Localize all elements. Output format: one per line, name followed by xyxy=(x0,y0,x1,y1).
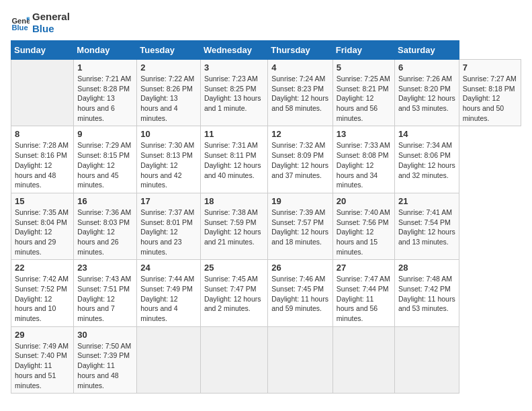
sunset-label: Sunset: 7:42 PM xyxy=(398,285,451,293)
calendar-week-5: 29 Sunrise: 7:49 AM Sunset: 7:40 PM Dayl… xyxy=(11,326,521,393)
day-number: 18 xyxy=(204,196,264,206)
calendar-cell: 15 Sunrise: 7:35 AM Sunset: 8:04 PM Dayl… xyxy=(11,193,74,259)
header-sunday: Sunday xyxy=(11,41,74,60)
svg-text:Blue: Blue xyxy=(11,24,28,32)
daylight-label: Daylight: 11 hours and 48 minutes. xyxy=(77,361,118,389)
sunset-label: Sunset: 7:51 PM xyxy=(77,285,130,293)
day-number: 12 xyxy=(271,129,329,139)
sunset-label: Sunset: 8:03 PM xyxy=(77,218,130,226)
sunset-label: Sunset: 8:01 PM xyxy=(140,218,193,226)
sunset-label: Sunset: 8:13 PM xyxy=(140,151,193,159)
day-info: Sunrise: 7:21 AM Sunset: 8:28 PM Dayligh… xyxy=(77,74,133,123)
daylight-label: Daylight: 12 hours and 32 minutes. xyxy=(398,161,455,179)
day-info: Sunrise: 7:40 AM Sunset: 7:56 PM Dayligh… xyxy=(337,208,391,257)
day-number: 6 xyxy=(398,62,455,73)
day-number: 30 xyxy=(77,330,133,340)
header-wednesday: Wednesday xyxy=(200,41,267,60)
sunrise-label: Sunrise: 7:24 AM xyxy=(271,75,325,83)
day-number: 22 xyxy=(15,263,70,273)
day-info: Sunrise: 7:39 AM Sunset: 7:57 PM Dayligh… xyxy=(271,208,329,247)
calendar-week-2: 8 Sunrise: 7:28 AM Sunset: 8:16 PM Dayli… xyxy=(11,126,521,193)
sunset-label: Sunset: 8:08 PM xyxy=(337,151,389,159)
daylight-label: Daylight: 12 hours and 2 minutes. xyxy=(204,295,261,313)
sunset-label: Sunset: 8:15 PM xyxy=(77,151,130,159)
daylight-label: Daylight: 12 hours and 58 minutes. xyxy=(271,94,328,112)
sunrise-label: Sunrise: 7:27 AM xyxy=(463,75,517,83)
sunset-label: Sunset: 7:52 PM xyxy=(15,285,67,293)
daylight-label: Daylight: 12 hours and 37 minutes. xyxy=(271,161,328,179)
day-info: Sunrise: 7:27 AM Sunset: 8:18 PM Dayligh… xyxy=(463,74,517,123)
logo: General Blue General Blue xyxy=(11,11,70,35)
day-info: Sunrise: 7:38 AM Sunset: 7:59 PM Dayligh… xyxy=(204,208,264,247)
calendar-cell: 19 Sunrise: 7:39 AM Sunset: 7:57 PM Dayl… xyxy=(268,193,333,259)
day-info: Sunrise: 7:25 AM Sunset: 8:21 PM Dayligh… xyxy=(337,74,391,123)
day-number: 10 xyxy=(140,129,197,139)
sunset-label: Sunset: 8:09 PM xyxy=(271,151,324,159)
day-info: Sunrise: 7:43 AM Sunset: 7:51 PM Dayligh… xyxy=(77,274,133,323)
calendar-cell: 26 Sunrise: 7:46 AM Sunset: 7:45 PM Dayl… xyxy=(268,260,333,326)
page-header: General Blue General Blue xyxy=(11,11,521,35)
day-info: Sunrise: 7:34 AM Sunset: 8:06 PM Dayligh… xyxy=(398,140,455,180)
daylight-label: Daylight: 12 hours and 21 minutes. xyxy=(204,228,261,246)
day-info: Sunrise: 7:42 AM Sunset: 7:52 PM Dayligh… xyxy=(15,274,70,323)
day-info: Sunrise: 7:46 AM Sunset: 7:45 PM Dayligh… xyxy=(271,274,329,314)
sunrise-label: Sunrise: 7:50 AM xyxy=(77,342,131,350)
sunset-label: Sunset: 7:45 PM xyxy=(271,285,324,293)
sunrise-label: Sunrise: 7:44 AM xyxy=(140,275,194,283)
day-info: Sunrise: 7:32 AM Sunset: 8:09 PM Dayligh… xyxy=(271,140,329,180)
day-number: 14 xyxy=(398,129,455,139)
daylight-label: Daylight: 12 hours and 26 minutes. xyxy=(77,228,118,255)
calendar-cell: 9 Sunrise: 7:29 AM Sunset: 8:15 PM Dayli… xyxy=(74,126,137,193)
day-info: Sunrise: 7:26 AM Sunset: 8:20 PM Dayligh… xyxy=(398,74,455,113)
daylight-label: Daylight: 12 hours and 15 minutes. xyxy=(337,228,378,255)
day-number: 16 xyxy=(77,196,133,206)
daylight-label: Daylight: 13 hours and 4 minutes. xyxy=(140,94,177,122)
calendar-cell: 7 Sunrise: 7:27 AM Sunset: 8:18 PM Dayli… xyxy=(459,60,521,126)
daylight-label: Daylight: 12 hours and 48 minutes. xyxy=(15,161,56,189)
sunrise-label: Sunrise: 7:21 AM xyxy=(77,75,131,83)
daylight-label: Daylight: 12 hours and 29 minutes. xyxy=(15,228,56,255)
sunrise-label: Sunrise: 7:22 AM xyxy=(140,75,194,83)
sunrise-label: Sunrise: 7:43 AM xyxy=(77,275,131,283)
day-info: Sunrise: 7:44 AM Sunset: 7:49 PM Dayligh… xyxy=(140,274,197,323)
logo-blue: Blue xyxy=(32,23,70,35)
daylight-label: Daylight: 12 hours and 45 minutes. xyxy=(77,161,118,189)
daylight-label: Daylight: 12 hours and 18 minutes. xyxy=(271,228,328,246)
sunset-label: Sunset: 8:04 PM xyxy=(15,218,67,226)
daylight-label: Daylight: 13 hours and 6 minutes. xyxy=(77,94,114,122)
calendar-cell: 4 Sunrise: 7:24 AM Sunset: 8:23 PM Dayli… xyxy=(268,60,333,126)
calendar-cell: 6 Sunrise: 7:26 AM Sunset: 8:20 PM Dayli… xyxy=(395,60,459,126)
calendar-table: SundayMondayTuesdayWednesdayThursdayFrid… xyxy=(11,40,521,394)
sunset-label: Sunset: 7:44 PM xyxy=(337,285,389,293)
calendar-cell: 29 Sunrise: 7:49 AM Sunset: 7:40 PM Dayl… xyxy=(11,326,74,393)
day-number: 13 xyxy=(337,129,391,139)
sunrise-label: Sunrise: 7:29 AM xyxy=(77,141,131,149)
sunrise-label: Sunrise: 7:47 AM xyxy=(337,275,390,283)
sunset-label: Sunset: 8:28 PM xyxy=(77,85,130,93)
header-monday: Monday xyxy=(74,41,137,60)
daylight-label: Daylight: 12 hours and 53 minutes. xyxy=(398,94,455,112)
calendar-cell xyxy=(332,326,394,393)
sunset-label: Sunset: 7:54 PM xyxy=(398,218,451,226)
calendar-cell: 21 Sunrise: 7:41 AM Sunset: 7:54 PM Dayl… xyxy=(395,193,459,259)
calendar-cell: 3 Sunrise: 7:23 AM Sunset: 8:25 PM Dayli… xyxy=(200,60,267,126)
day-number: 28 xyxy=(398,263,455,273)
day-info: Sunrise: 7:23 AM Sunset: 8:25 PM Dayligh… xyxy=(204,74,264,113)
sunrise-label: Sunrise: 7:39 AM xyxy=(271,208,325,216)
calendar-cell: 17 Sunrise: 7:37 AM Sunset: 8:01 PM Dayl… xyxy=(137,193,201,259)
day-number: 24 xyxy=(140,263,197,273)
day-number: 2 xyxy=(140,62,197,73)
empty-cell xyxy=(11,60,74,126)
calendar-cell: 10 Sunrise: 7:30 AM Sunset: 8:13 PM Dayl… xyxy=(137,126,201,193)
day-number: 1 xyxy=(77,62,133,73)
calendar-cell: 14 Sunrise: 7:34 AM Sunset: 8:06 PM Dayl… xyxy=(395,126,459,193)
calendar-cell xyxy=(395,326,459,393)
sunset-label: Sunset: 8:26 PM xyxy=(140,85,193,93)
calendar-cell: 20 Sunrise: 7:40 AM Sunset: 7:56 PM Dayl… xyxy=(332,193,394,259)
day-info: Sunrise: 7:24 AM Sunset: 8:23 PM Dayligh… xyxy=(271,74,329,113)
day-number: 8 xyxy=(15,129,70,139)
daylight-label: Daylight: 11 hours and 51 minutes. xyxy=(15,361,56,389)
day-number: 7 xyxy=(463,62,517,73)
sunset-label: Sunset: 8:25 PM xyxy=(204,85,257,93)
calendar-cell: 1 Sunrise: 7:21 AM Sunset: 8:28 PM Dayli… xyxy=(74,60,137,126)
